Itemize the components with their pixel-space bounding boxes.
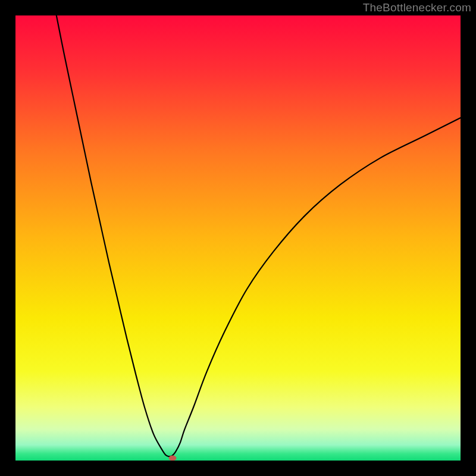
plot-svg <box>15 15 461 461</box>
gradient-background <box>15 15 461 461</box>
attribution-text: TheBottlenecker.com <box>363 1 471 14</box>
plot-area <box>15 15 461 461</box>
chart-frame: TheBottlenecker.com <box>0 0 476 476</box>
minimum-marker <box>169 455 177 461</box>
